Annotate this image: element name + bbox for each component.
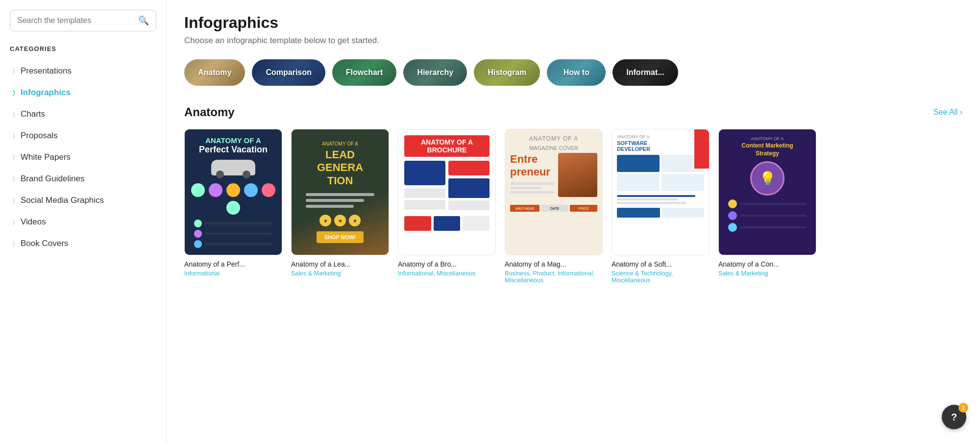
template-name: Anatomy of a Perf... bbox=[184, 260, 282, 268]
section-title: Anatomy bbox=[184, 105, 235, 119]
chevron-right-icon: 〉 bbox=[13, 67, 15, 75]
template-tags: Sales & Marketing bbox=[718, 270, 816, 277]
template-tags: Informational bbox=[184, 270, 282, 277]
template-name: Anatomy of a Mag... bbox=[505, 260, 603, 268]
sidebar-item-label: Social Media Graphics bbox=[21, 196, 104, 205]
sidebar-item-book-covers[interactable]: 〉 Book Covers bbox=[10, 233, 156, 254]
pill-label: Flowchart bbox=[346, 68, 383, 77]
sidebar-item-infographics[interactable]: 〉 Infographics bbox=[10, 82, 156, 103]
sidebar-item-label: Charts bbox=[21, 109, 45, 119]
template-tags: Science & Technology, Miscellaneous bbox=[612, 270, 710, 284]
template-card[interactable]: ANATOMY OF APerfect Vacation bbox=[184, 129, 282, 284]
template-thumb-vacation: ANATOMY OF APerfect Vacation bbox=[184, 129, 282, 255]
sidebar-item-label: White Papers bbox=[21, 152, 71, 162]
template-thumb-content: ANATOMY OF A Content MarketingStrategy 💡 bbox=[718, 129, 816, 255]
filter-pill-anatomy[interactable]: Anatomy bbox=[184, 59, 245, 86]
sidebar-item-charts[interactable]: 〉 Charts bbox=[10, 103, 156, 125]
see-all-link[interactable]: See All › bbox=[933, 108, 962, 117]
template-name: Anatomy of a Lea... bbox=[291, 260, 389, 268]
pill-label: Comparison bbox=[266, 68, 311, 77]
filter-pill-how-to[interactable]: How to bbox=[547, 59, 606, 86]
template-tags: Informational, Miscellaneous bbox=[398, 270, 496, 277]
chevron-right-icon: 〉 bbox=[13, 153, 15, 161]
sidebar-item-white-papers[interactable]: 〉 White Papers bbox=[10, 147, 156, 168]
page-title: Infographics bbox=[184, 14, 962, 32]
search-input[interactable] bbox=[17, 16, 133, 25]
page-subtitle: Choose an infographic template below to … bbox=[184, 36, 962, 46]
sidebar-item-label: Presentations bbox=[21, 66, 72, 76]
chevron-right-icon: 〉 bbox=[13, 240, 15, 247]
sidebar-item-presentations[interactable]: 〉 Presentations bbox=[10, 60, 156, 82]
help-icon: ? bbox=[951, 412, 957, 423]
template-grid: ANATOMY OF APerfect Vacation bbox=[184, 129, 962, 288]
sidebar-item-proposals[interactable]: 〉 Proposals bbox=[10, 125, 156, 147]
chevron-right-icon: 〉 bbox=[13, 89, 15, 97]
chevron-right-icon: 〉 bbox=[13, 197, 15, 204]
template-tags: Sales & Marketing bbox=[291, 270, 389, 277]
template-name: Anatomy of a Con... bbox=[718, 260, 816, 268]
template-thumb-lead: ANATOMY OF A LEADGENERATION ★ ★ ★ SHOP N… bbox=[291, 129, 389, 255]
sidebar-item-label: Book Covers bbox=[21, 239, 68, 248]
filter-pill-informational[interactable]: Informat... bbox=[612, 59, 678, 86]
chevron-right-icon: 〉 bbox=[13, 132, 15, 140]
filter-pill-histogram[interactable]: Histogram bbox=[474, 59, 540, 86]
filter-pill-comparison[interactable]: Comparison bbox=[252, 59, 325, 86]
notification-badge: 1 bbox=[958, 403, 968, 413]
sidebar-item-label: Infographics bbox=[21, 88, 71, 98]
chevron-right-icon: 〉 bbox=[13, 218, 15, 226]
template-name: Anatomy of a Bro... bbox=[398, 260, 496, 268]
filter-pills: Anatomy Comparison Flowchart Hierarchy H… bbox=[184, 59, 962, 88]
search-box[interactable]: 🔍 bbox=[10, 10, 156, 31]
template-card[interactable]: ANATOMY OF A LEADGENERATION ★ ★ ★ SHOP N… bbox=[291, 129, 389, 284]
pill-label: Histogram bbox=[488, 68, 526, 77]
main-content: Infographics Choose an infographic templ… bbox=[167, 0, 980, 443]
pill-label: How to bbox=[564, 68, 589, 77]
template-card[interactable]: ANATOMY OF ABROCHURE bbox=[398, 129, 496, 284]
template-name: Anatomy of a Soft... bbox=[612, 260, 710, 268]
template-thumb-software: ANATOMY OF A SOFTWAREDEVELOPER bbox=[612, 129, 710, 255]
pill-label: Hierarchy bbox=[417, 68, 453, 77]
filter-pill-flowchart[interactable]: Flowchart bbox=[332, 59, 397, 86]
template-tags: Business, Product, Informational, Miscel… bbox=[505, 270, 603, 284]
sidebar: 🔍 CATEGORIES 〉 Presentations 〉 Infograph… bbox=[0, 0, 167, 443]
categories-label: CATEGORIES bbox=[10, 45, 156, 52]
template-card[interactable]: ANATOMY OF A Content MarketingStrategy 💡 bbox=[718, 129, 816, 284]
template-card[interactable]: ANATOMY OF A SOFTWAREDEVELOPER bbox=[612, 129, 710, 284]
sidebar-item-videos[interactable]: 〉 Videos bbox=[10, 211, 156, 233]
sidebar-item-label: Videos bbox=[21, 217, 46, 227]
chevron-right-icon: › bbox=[960, 108, 962, 117]
template-thumb-brochure: ANATOMY OF ABROCHURE bbox=[398, 129, 496, 255]
template-thumb-magazine: ANATOMY OF A MAGAZINE COVER Entrepreneur bbox=[505, 129, 603, 255]
search-icon: 🔍 bbox=[138, 15, 149, 26]
section-header-anatomy: Anatomy See All › bbox=[184, 105, 962, 119]
filter-pill-hierarchy[interactable]: Hierarchy bbox=[403, 59, 467, 86]
sidebar-item-brand-guidelines[interactable]: 〉 Brand Guidelines bbox=[10, 168, 156, 190]
sidebar-item-label: Brand Guidelines bbox=[21, 174, 84, 184]
pill-label: Anatomy bbox=[198, 68, 231, 77]
sidebar-item-social-media-graphics[interactable]: 〉 Social Media Graphics bbox=[10, 190, 156, 211]
pill-label: Informat... bbox=[626, 68, 664, 77]
template-card[interactable]: ANATOMY OF A MAGAZINE COVER Entrepreneur bbox=[505, 129, 603, 284]
chevron-right-icon: 〉 bbox=[13, 110, 15, 118]
help-button[interactable]: ? 1 bbox=[942, 405, 966, 429]
sidebar-item-label: Proposals bbox=[21, 131, 58, 141]
chevron-right-icon: 〉 bbox=[13, 175, 15, 183]
